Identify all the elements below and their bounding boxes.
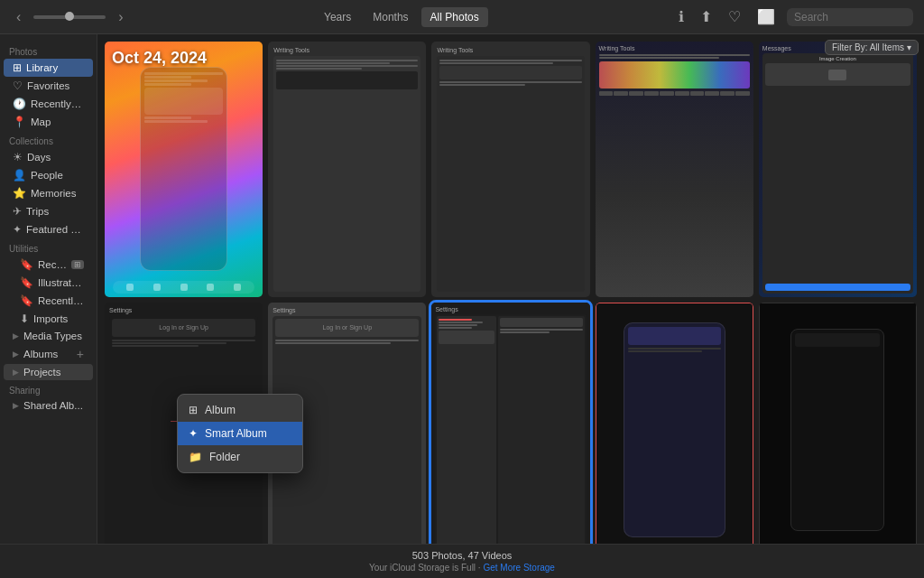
search-input[interactable] <box>787 8 913 26</box>
sidebar-item-people-label: People <box>31 170 84 181</box>
photo-cell-10[interactable] <box>759 303 917 544</box>
sidebar-item-media-types-label: Media Types <box>23 331 84 341</box>
tab-all-photos[interactable]: All Photos <box>421 7 488 27</box>
favorites-icon: ♡ <box>13 79 23 92</box>
footer-link[interactable]: Get More Storage <box>483 563 554 573</box>
sharing-section-label: Sharing <box>0 380 97 397</box>
tab-years[interactable]: Years <box>315 7 360 27</box>
sidebar: Photos ⊞ Library ♡ Favorites 🕐 Recently … <box>0 34 97 544</box>
date-overlay: Oct 24, 2024 <box>112 49 207 68</box>
albums-expand-icon: ▶ <box>13 350 19 359</box>
sidebar-item-memories-label: Memories <box>31 188 84 199</box>
collections-section-label: Collections <box>0 131 97 148</box>
sidebar-item-albums-label: Albums <box>23 349 72 359</box>
sidebar-item-recents[interactable]: 🔖 Recen... ⊞ <box>4 256 93 274</box>
dock-icon <box>180 284 188 291</box>
sidebar-item-projects-label: Projects <box>23 367 84 378</box>
context-menu-folder[interactable]: 📁 Folder <box>178 445 302 469</box>
context-menu: ⊞ Album ✦ Smart Album 📁 Folder <box>177 394 303 473</box>
dock-icon <box>207 284 214 291</box>
memories-icon: ⭐ <box>13 187 26 200</box>
dock-bar-1 <box>113 281 255 294</box>
heart-button[interactable]: ♡ <box>724 6 745 27</box>
context-menu-smart-album[interactable]: ✦ Smart Album <box>178 422 302 445</box>
sidebar-item-projects[interactable]: ▶ Projects <box>4 364 93 380</box>
photo-cell-5[interactable]: Messages Image Creation <box>759 42 917 297</box>
sidebar-item-recently-saved[interactable]: 🕐 Recently Sa... <box>4 95 93 113</box>
illustrations-icon: 🔖 <box>20 276 33 289</box>
people-icon: 👤 <box>13 169 26 182</box>
sidebar-item-imports[interactable]: ⬇ Imports <box>4 310 93 328</box>
forward-button[interactable]: › <box>113 7 128 27</box>
share-button[interactable]: ⬆ <box>696 6 716 27</box>
trips-icon: ✈ <box>13 205 22 218</box>
context-menu-smart-album-label: Smart Album <box>205 427 267 440</box>
recently-icon: 🔖 <box>20 294 33 307</box>
rotate-button[interactable]: ⬜ <box>753 6 780 27</box>
tab-months[interactable]: Months <box>364 7 417 27</box>
recents-icon: 🔖 <box>20 258 33 271</box>
sidebar-item-featured[interactable]: ✦ Featured P... <box>4 220 93 238</box>
footer-sub-text: Your iCloud Storage is Full · Get More S… <box>11 563 913 573</box>
library-icon: ⊞ <box>13 61 22 74</box>
featured-icon: ✦ <box>13 223 22 236</box>
sidebar-item-recents-label: Recen... <box>38 259 67 270</box>
sidebar-item-map-label: Map <box>31 117 84 127</box>
filter-chevron-icon: ▾ <box>907 42 911 52</box>
photo-row-1: Oct 24, 2024 <box>105 42 917 297</box>
sidebar-item-albums[interactable]: ▶ Albums + <box>4 344 93 364</box>
back-button[interactable]: ‹ <box>11 7 26 27</box>
photo-cell-9[interactable] <box>596 303 753 544</box>
sidebar-item-days-label: Days <box>27 152 84 163</box>
add-album-button[interactable]: + <box>77 347 84 361</box>
dock-icon <box>153 284 161 291</box>
footer-icloud-text: Your iCloud Storage is Full · <box>369 563 483 573</box>
sidebar-item-recently-label: Recently... <box>38 295 84 306</box>
sidebar-item-recently[interactable]: 🔖 Recently... <box>4 292 93 310</box>
sidebar-item-trips[interactable]: ✈ Trips <box>4 202 93 220</box>
sidebar-item-library-label: Library <box>26 62 84 73</box>
album-icon: ⊞ <box>189 404 198 416</box>
sidebar-item-featured-label: Featured P... <box>26 224 84 235</box>
photo-cell-4[interactable]: Writing Tools <box>596 42 753 297</box>
sidebar-item-shared-albums[interactable]: ▶ Shared Alb... <box>4 397 93 414</box>
sidebar-item-illustrations[interactable]: 🔖 Illustratio... <box>4 274 93 292</box>
recents-badge: ⊞ <box>71 260 84 269</box>
imports-icon: ⬇ <box>20 312 29 325</box>
photo-cell-1[interactable]: Oct 24, 2024 <box>105 42 263 297</box>
days-icon: ☀ <box>13 151 23 163</box>
toolbar-left: ‹ › <box>11 7 129 27</box>
recently-saved-icon: 🕐 <box>13 98 26 110</box>
info-button[interactable]: ℹ <box>674 6 688 27</box>
context-menu-album-label: Album <box>205 404 236 416</box>
utilities-section-label: Utilities <box>9 244 38 254</box>
filter-button[interactable]: Filter By: All Items ▾ <box>825 40 919 55</box>
photo-cell-2[interactable]: Writing Tools <box>268 42 426 297</box>
sidebar-item-memories[interactable]: ⭐ Memories <box>4 184 93 202</box>
photo-cell-8[interactable]: Settings <box>431 303 589 544</box>
sidebar-item-favorites[interactable]: ♡ Favorites <box>4 77 93 95</box>
context-menu-album[interactable]: ⊞ Album <box>178 398 302 422</box>
media-types-expand-icon: ▶ <box>13 331 19 340</box>
toolbar-center: Years Months All Photos <box>315 7 488 27</box>
sidebar-item-people[interactable]: 👤 People <box>4 166 93 184</box>
sidebar-item-recently-saved-label: Recently Sa... <box>31 98 84 109</box>
smart-album-icon: ✦ <box>189 427 198 440</box>
sidebar-item-imports-label: Imports <box>33 313 84 324</box>
dock-icon <box>234 284 241 291</box>
photo-cell-3[interactable]: Writing Tools <box>431 42 589 297</box>
sidebar-item-trips-label: Trips <box>26 206 84 217</box>
footer-main-text: 503 Photos, 47 Videos <box>11 550 913 561</box>
toolbar-right: ℹ ⬆ ♡ ⬜ <box>674 6 913 27</box>
zoom-slider[interactable] <box>33 15 106 19</box>
projects-expand-icon: ▶ <box>13 368 19 377</box>
content-area: Filter By: All Items ▾ Oct 24, 2024 <box>97 34 924 544</box>
sidebar-item-days[interactable]: ☀ Days <box>4 148 93 166</box>
sidebar-item-shared-albums-label: Shared Alb... <box>23 400 84 411</box>
filter-label: Filter By: All Items <box>832 42 904 52</box>
sidebar-item-library[interactable]: ⊞ Library <box>4 59 93 77</box>
sidebar-item-map[interactable]: 📍 Map <box>4 113 93 131</box>
sidebar-item-media-types[interactable]: ▶ Media Types <box>4 328 93 344</box>
dock-icon <box>126 284 134 291</box>
map-icon: 📍 <box>13 116 26 128</box>
